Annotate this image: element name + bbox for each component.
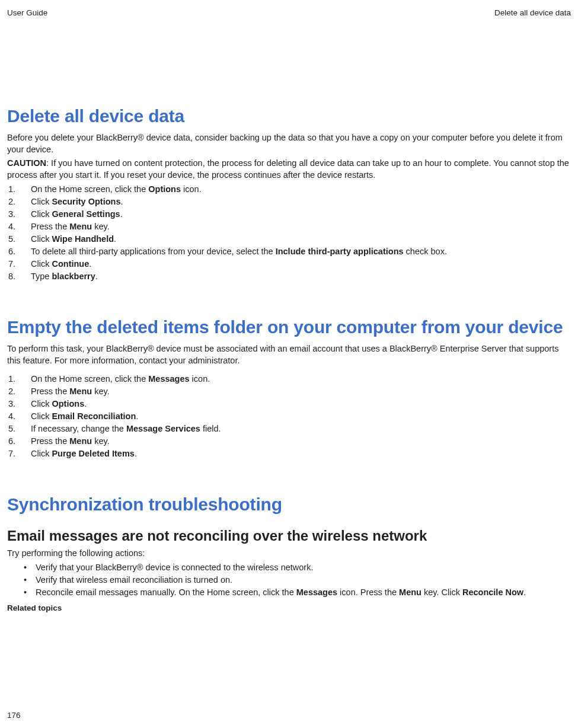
- step-bold: General Settings: [52, 209, 120, 219]
- header-right: Delete all device data: [494, 8, 571, 17]
- step-item: If necessary, change the Message Service…: [7, 423, 571, 435]
- step-text: Press the: [31, 222, 69, 231]
- step-text: Click: [31, 234, 52, 244]
- bullet-item: Verify that your BlackBerry® device is c…: [7, 561, 571, 574]
- step-text: key.: [92, 436, 110, 446]
- section-title-delete-all: Delete all device data: [7, 106, 571, 126]
- step-text: check box.: [404, 247, 447, 256]
- bullet-bold: Messages: [296, 587, 337, 597]
- step-item: On the Home screen, click the Messages i…: [7, 373, 571, 385]
- caution-label: CAUTION: [7, 158, 46, 168]
- step-bold: Continue: [52, 259, 89, 269]
- step-text: .: [95, 272, 98, 281]
- bullet-text: .: [523, 587, 526, 597]
- step-text: On the Home screen, click the: [31, 374, 148, 384]
- step-bold: Include third-party applications: [276, 247, 404, 256]
- step-bold: Email Reconciliation: [52, 411, 136, 421]
- step-text: To delete all third-party applications f…: [31, 247, 276, 256]
- main-content: Delete all device data Before you delete…: [7, 17, 571, 612]
- step-text: Click: [31, 259, 52, 269]
- intro-text-3: Try performing the following actions:: [7, 548, 571, 560]
- step-text: icon.: [181, 184, 202, 194]
- bullet-text: Reconcile email messages manually. On th…: [36, 587, 296, 597]
- step-item: Press the Menu key.: [7, 385, 571, 398]
- step-text: Click: [31, 411, 52, 421]
- step-item: Click Wipe Handheld.: [7, 233, 571, 245]
- step-bold: Options: [148, 184, 181, 194]
- step-item: Click Email Reconciliation.: [7, 410, 571, 423]
- step-item: Click Options.: [7, 398, 571, 410]
- bullet-list: Verify that your BlackBerry® device is c…: [7, 561, 571, 599]
- step-text: Click: [31, 449, 52, 458]
- step-item: Press the Menu key.: [7, 435, 571, 448]
- page-number: 176: [7, 711, 21, 720]
- step-item: Type blackberry.: [7, 270, 571, 283]
- step-text: On the Home screen, click the: [31, 184, 148, 194]
- step-item: Click Security Options.: [7, 196, 571, 208]
- step-text: field.: [200, 424, 221, 433]
- step-text: .: [84, 399, 87, 408]
- section-title-sync-troubleshooting: Synchronization troubleshooting: [7, 494, 571, 515]
- caution-text: CAUTION: If you have turned on content p…: [7, 158, 571, 181]
- related-topics-label: Related topics: [7, 604, 571, 612]
- step-item: Click General Settings.: [7, 208, 571, 221]
- page-header: User Guide Delete all device data: [7, 8, 571, 17]
- step-bold: Security Options: [52, 197, 120, 206]
- step-item: To delete all third-party applications f…: [7, 245, 571, 258]
- step-text: Press the: [31, 387, 69, 396]
- step-bold: blackberry: [52, 272, 95, 281]
- step-text: .: [89, 259, 91, 269]
- step-text: Type: [31, 272, 52, 281]
- step-text: .: [120, 209, 123, 219]
- step-text: Click: [31, 197, 52, 206]
- step-text: .: [136, 411, 138, 421]
- step-bold: Message Services: [126, 424, 200, 433]
- steps-list-1: On the Home screen, click the Options ic…: [7, 183, 571, 283]
- step-text: icon.: [190, 374, 210, 384]
- step-text: .: [114, 234, 116, 244]
- step-bold: Messages: [148, 374, 189, 384]
- steps-list-2: On the Home screen, click the Messages i…: [7, 373, 571, 460]
- step-bold: Purge Deleted Items: [52, 449, 134, 458]
- step-text: Press the: [31, 436, 69, 446]
- step-bold: Menu: [69, 387, 92, 396]
- step-text: Click: [31, 209, 52, 219]
- bullet-bold: Menu: [399, 587, 421, 597]
- step-text: .: [120, 197, 123, 206]
- step-item: Click Purge Deleted Items.: [7, 448, 571, 460]
- caution-body: : If you have turned on content protecti…: [7, 158, 569, 180]
- step-text: key.: [92, 387, 110, 396]
- intro-text-2: To perform this task, your BlackBerry® d…: [7, 343, 571, 366]
- step-text: Click: [31, 399, 52, 408]
- step-item: Click Continue.: [7, 258, 571, 270]
- bullet-item: Reconcile email messages manually. On th…: [7, 586, 571, 599]
- page: User Guide Delete all device data Delete…: [0, 0, 578, 728]
- header-left: User Guide: [7, 8, 47, 17]
- step-text: key.: [92, 222, 110, 231]
- bullet-bold: Reconcile Now: [462, 587, 523, 597]
- step-bold: Wipe Handheld: [52, 234, 114, 244]
- intro-text: Before you delete your BlackBerry® devic…: [7, 132, 571, 155]
- step-item: On the Home screen, click the Options ic…: [7, 183, 571, 196]
- step-text: If necessary, change the: [31, 424, 126, 433]
- section-title-empty-deleted: Empty the deleted items folder on your c…: [7, 317, 571, 337]
- step-bold: Options: [52, 399, 84, 408]
- subsection-title-not-reconciling: Email messages are not reconciling over …: [7, 528, 571, 544]
- bullet-text: icon. Press the: [337, 587, 399, 597]
- bullet-text: key. Click: [421, 587, 462, 597]
- step-item: Press the Menu key.: [7, 221, 571, 233]
- bullet-item: Verify that wireless email reconciliatio…: [7, 574, 571, 586]
- step-bold: Menu: [69, 436, 92, 446]
- step-bold: Menu: [69, 222, 92, 231]
- step-text: .: [135, 449, 137, 458]
